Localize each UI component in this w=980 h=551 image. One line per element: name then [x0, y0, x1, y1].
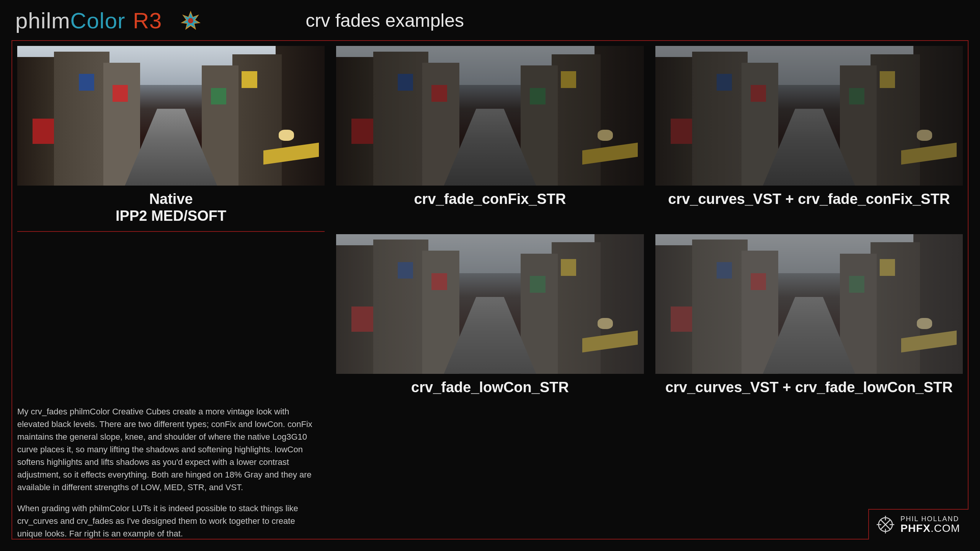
page-title: crv fades examples: [305, 10, 464, 31]
thumbnail-vst-lowcon-str: [655, 234, 963, 374]
examples-grid: Native IPP2 MED/SOFT crv_fade_conFix_STR…: [17, 46, 963, 548]
footer-badge: PHIL HOLLAND PHFX.COM: [868, 509, 969, 540]
sunburst-icon: [179, 9, 202, 32]
caption-native: Native IPP2 MED/SOFT: [116, 191, 226, 224]
reticle-icon: [876, 515, 895, 534]
svg-point-2: [188, 18, 193, 23]
description-p2: When grading with philmColor LUTs it is …: [17, 502, 321, 540]
section-divider: [17, 231, 325, 232]
logo-part-color: Color: [70, 8, 126, 33]
caption-vst-lowcon-str: crv_curves_VST + crv_fade_lowCon_STR: [665, 379, 953, 396]
logo-part-r3: R3: [133, 8, 162, 33]
thumbnail-vst-confix-str: [655, 46, 963, 186]
caption-lowcon-str: crv_fade_lowCon_STR: [411, 379, 569, 396]
logo: philmColor R3: [15, 8, 162, 33]
thumbnail-lowcon-str: [336, 234, 644, 374]
cell-lowcon-str: crv_fade_lowCon_STR: [336, 234, 644, 396]
cell-vst-confix-str: crv_curves_VST + crv_fade_conFix_STR: [655, 46, 963, 225]
header: philmColor R3 crv fades examples: [0, 0, 980, 37]
author-name: PHIL HOLLAND: [900, 515, 960, 523]
logo-part-philm: philm: [15, 8, 70, 33]
cell-confix-str: crv_fade_conFix_STR: [336, 46, 644, 225]
thumbnail-native: [17, 46, 325, 186]
cell-vst-lowcon-str: crv_curves_VST + crv_fade_lowCon_STR: [655, 234, 963, 396]
badge-text: PHIL HOLLAND PHFX.COM: [900, 515, 960, 534]
caption-confix-str: crv_fade_conFix_STR: [414, 191, 566, 208]
cell-native: Native IPP2 MED/SOFT: [17, 46, 325, 225]
description-text: My crv_fades philmColor Creative Cubes c…: [17, 405, 325, 548]
thumbnail-confix-str: [336, 46, 644, 186]
description-p1: My crv_fades philmColor Creative Cubes c…: [17, 405, 321, 494]
author-site: PHFX.COM: [900, 523, 960, 534]
caption-vst-confix-str: crv_curves_VST + crv_fade_conFix_STR: [668, 191, 950, 208]
